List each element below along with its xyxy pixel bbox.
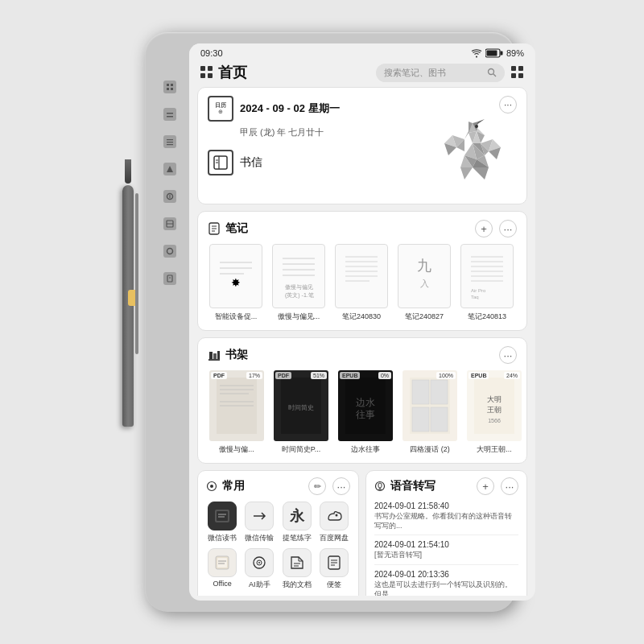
grid-icon[interactable] <box>200 66 213 79</box>
book-cover-label: 边水往事 <box>351 444 380 455</box>
voice-item-1[interactable]: 2024-09-01 21:58:40 书写办公室规略。你看我们有的这种语音转写… <box>374 502 518 535</box>
svg-text:时间简史: 时间简史 <box>288 404 314 411</box>
app-icon-my-docs <box>283 548 312 577</box>
apps-grid: 微信读书 微信传输 <box>206 502 350 590</box>
voice-transcription-card: 语音转写 + ··· 2024-09-01 21:58:40 书写办公室规略。你… <box>365 470 527 596</box>
book-item[interactable]: EPUB 24% 大明 王朝 1566 大明王朝... <box>465 370 523 455</box>
app-item-calligraphy[interactable]: 永 提笔练字 <box>281 502 313 543</box>
notes-section: 笔记 + ··· <box>197 211 527 331</box>
svg-rect-7 <box>167 142 173 142</box>
book-cover: EPUB 0% 边水 往事 <box>338 370 393 441</box>
voice-title: 语音转写 <box>374 479 436 493</box>
side-btn-5[interactable] <box>163 190 176 203</box>
note-thumb <box>335 244 388 308</box>
side-buttons <box>163 80 177 285</box>
svg-text:往事: 往事 <box>356 409 375 420</box>
note-item[interactable]: 傲慢与偏见 (英文) -1.笔 傲慢与偏见... <box>270 244 327 322</box>
voice-actions: + ··· <box>477 477 518 495</box>
menu-grid-icon[interactable] <box>511 66 524 79</box>
svg-rect-99 <box>412 407 429 431</box>
svg-point-50 <box>475 125 478 128</box>
side-btn-2[interactable] <box>163 108 176 121</box>
book-preview-icon <box>208 150 233 175</box>
note-thumb: Air Pro Taq <box>460 244 514 308</box>
side-btn-8[interactable] <box>163 272 176 285</box>
bird-decoration <box>428 115 517 196</box>
svg-rect-3 <box>171 88 173 90</box>
book-cover: 100% <box>402 370 457 441</box>
notes-title: 笔记 <box>208 221 248 236</box>
side-btn-3[interactable] <box>163 135 176 148</box>
svg-rect-8 <box>167 144 173 145</box>
more-apps-btn[interactable]: ··· <box>332 477 350 495</box>
app-item-my-docs[interactable]: 我的文档 <box>281 548 313 590</box>
side-btn-7[interactable] <box>163 245 176 258</box>
svg-rect-100 <box>431 407 448 431</box>
search-bar[interactable]: 搜索笔记、图书 <box>376 64 505 82</box>
bottom-row: 常用 ✏ ··· <box>197 470 527 596</box>
book-cover: PDF 17% <box>209 370 264 441</box>
side-btn-1[interactable] <box>163 80 176 93</box>
screen: 09:30 89% <box>189 43 535 601</box>
voice-item-2[interactable]: 2024-09-01 21:54:10 [暂无语音转写] <box>374 540 518 565</box>
book-preview[interactable]: 书信 <box>208 150 340 175</box>
svg-rect-2 <box>167 88 169 90</box>
svg-rect-1 <box>171 84 173 86</box>
more-bookshelf-btn[interactable]: ··· <box>499 346 517 364</box>
svg-marker-9 <box>167 166 173 172</box>
svg-marker-37 <box>473 167 489 180</box>
battery-percent: 89% <box>506 48 524 58</box>
more-voice-btn[interactable]: ··· <box>501 477 518 495</box>
book-item[interactable]: 100% 四格漫话 (2) <box>401 370 459 455</box>
svg-text:✸: ✸ <box>231 276 241 289</box>
svg-text:1566: 1566 <box>488 418 501 423</box>
more-btn-calendar[interactable]: ··· <box>499 96 517 114</box>
note-item[interactable]: Air Pro Taq 笔记240813 <box>459 244 515 322</box>
svg-text:王朝: 王朝 <box>487 406 502 414</box>
svg-point-111 <box>335 514 337 517</box>
pen-tip <box>125 159 131 184</box>
edit-apps-btn[interactable]: ✏ <box>308 477 326 495</box>
book-item[interactable]: PDF 51% 时间简史 时间简史P... <box>272 370 330 455</box>
app-item-ai[interactable]: AI助手 <box>243 548 275 590</box>
voice-item-3[interactable]: 2024-09-01 20:13:36 这也是可以去进行到一个转写以及识别的。但… <box>374 570 518 596</box>
book-preview-title: 书信 <box>240 155 262 170</box>
note-item[interactable]: 笔记240830 <box>333 244 390 322</box>
side-btn-4[interactable] <box>163 163 176 175</box>
svg-text:(英文) -1.笔: (英文) -1.笔 <box>285 292 314 299</box>
app-label: AI助手 <box>249 580 270 590</box>
books-row: PDF 17% <box>208 370 517 455</box>
voice-header: 语音转写 + ··· <box>374 477 518 495</box>
book-item[interactable]: PDF 17% <box>208 370 266 455</box>
app-label: 提笔练字 <box>283 533 312 543</box>
calendar-left: 日历 ⊕ 2024 - 09 - 02 星期一 甲辰 (龙) 年 七月廿十 书信 <box>208 96 340 175</box>
add-voice-btn[interactable]: + <box>477 477 494 495</box>
page-header: 首页 搜索笔记、图书 <box>189 61 535 87</box>
app-item-baidu-cloud[interactable]: 百度网盘 <box>318 502 350 543</box>
note-item[interactable]: 九 入 笔记240827 <box>396 244 452 322</box>
svg-text:大明: 大明 <box>487 395 502 403</box>
app-item-office[interactable]: Office <box>206 548 238 590</box>
app-item-notes[interactable]: 便签 <box>318 548 350 590</box>
book-cover: PDF 51% 时间简史 <box>274 370 328 441</box>
search-placeholder: 搜索笔记、图书 <box>384 67 482 79</box>
calendar-lunar: 甲辰 (龙) 年 七月廿十 <box>208 126 340 138</box>
app-item-wechat-transfer[interactable]: 微信传输 <box>243 502 275 543</box>
add-note-btn[interactable]: + <box>475 220 493 237</box>
app-item-wechat-read[interactable]: 微信读书 <box>206 502 238 543</box>
header-left: 首页 <box>200 63 247 82</box>
more-notes-btn[interactable]: ··· <box>499 220 517 237</box>
svg-text:九: 九 <box>417 258 431 274</box>
calendar-icon-row: 日历 ⊕ 2024 - 09 - 02 星期一 <box>208 96 340 122</box>
note-item[interactable]: ✸ 智能设备促... <box>208 244 264 322</box>
note-label: 智能设备促... <box>215 312 258 322</box>
svg-rect-84 <box>208 359 220 361</box>
svg-point-106 <box>210 485 213 488</box>
book-item[interactable]: EPUB 0% 边水 往事 边水往事 <box>336 370 394 455</box>
time-display: 09:30 <box>200 48 223 58</box>
common-apps-card: 常用 ✏ ··· <box>197 470 359 596</box>
side-btn-6[interactable] <box>163 217 176 230</box>
pen-clip <box>135 193 138 354</box>
book-cover-label: 四格漫话 (2) <box>410 444 450 455</box>
svg-rect-83 <box>217 351 220 360</box>
